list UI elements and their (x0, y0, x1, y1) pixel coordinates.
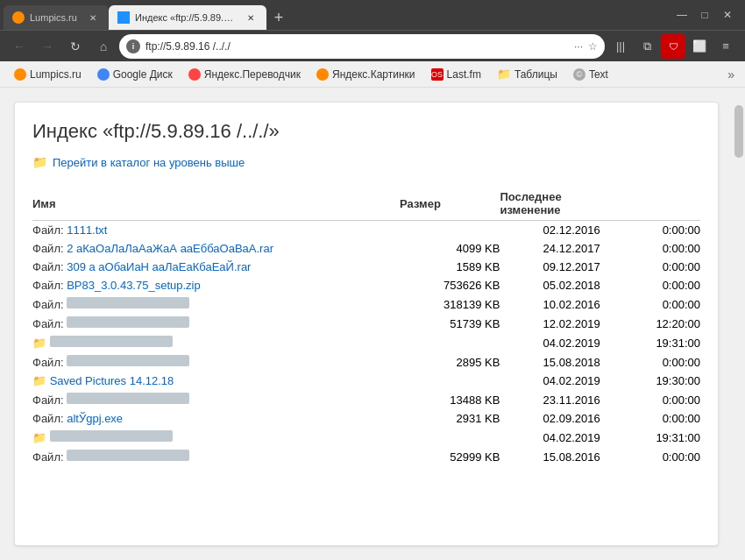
file-size-cell (400, 221, 500, 240)
file-date-cell: 04.02.2019 (500, 428, 600, 447)
file-link[interactable] (67, 298, 189, 311)
browser-window: Lumpics.ru ✕ Индекс «ftp://5.9.89.16 /..… (0, 0, 745, 560)
file-prefix: Файл: (32, 223, 67, 237)
bookmark-tables-label: Таблицы (514, 68, 557, 81)
file-size-cell: 2931 KB (400, 409, 500, 428)
translator-bm-icon (188, 68, 201, 81)
title-bar: Lumpics.ru ✕ Индекс «ftp://5.9.89.16 /..… (0, 0, 745, 30)
forward-button[interactable]: → (35, 34, 60, 59)
file-size-cell: 13488 KB (400, 390, 500, 409)
bookmarks-more-button[interactable]: » (724, 66, 738, 83)
star-button[interactable]: ☆ (588, 40, 598, 53)
file-time-cell: 0:00:00 (600, 221, 700, 240)
scrollbar[interactable] (733, 88, 745, 560)
tab-ftp-close[interactable]: ✕ (244, 11, 258, 25)
back-icon: ← (13, 39, 25, 53)
file-name-cell: Файл: (32, 352, 400, 372)
bookmark-lastfm-label: Last.fm (447, 68, 481, 81)
menu-icon[interactable]: ≡ (713, 34, 738, 59)
table-row: Файл: 318139 KB10.02.20160:00:00 (32, 294, 700, 314)
file-date-cell: 02.12.2016 (500, 221, 600, 240)
open-tab-icon[interactable]: ⧉ (635, 34, 659, 59)
table-row: 📁 04.02.201919:31:00 (32, 428, 700, 447)
col-header-modified: Последнее изменение (500, 187, 600, 221)
file-link[interactable]: Saved Pictures 14.12.18 (50, 374, 174, 387)
parent-directory-link[interactable]: 📁 Перейти в каталог на уровень выше (32, 155, 700, 169)
table-row: Файл: 1111.txt02.12.20160:00:00 (32, 221, 700, 240)
file-prefix: Файл: (32, 242, 67, 255)
col-header-name: Имя (32, 187, 400, 221)
file-name-cell: 📁 Saved Pictures 14.12.18 (32, 372, 400, 390)
bookmark-tables[interactable]: 📁 Таблицы (490, 65, 564, 83)
file-prefix: Файл: (32, 393, 67, 407)
file-size-cell: 51739 KB (400, 314, 500, 333)
home-icon: ⌂ (100, 39, 107, 53)
file-link[interactable] (67, 450, 189, 464)
bookmark-images[interactable]: Яндекс.Картинки (309, 66, 422, 83)
file-name-cell: Файл: (32, 294, 400, 314)
table-row: Файл: 51739 KB12.02.201912:20:00 (32, 314, 700, 333)
page-content: Индекс «ftp://5.9.89.16 /.././» 📁 Перейт… (14, 102, 719, 546)
file-link[interactable] (67, 317, 189, 330)
table-row: Файл: 52999 KB15.08.20160:00:00 (32, 447, 700, 466)
more-button[interactable]: ··· (574, 40, 583, 53)
file-size-cell: 52999 KB (400, 447, 500, 466)
table-row: 📁 04.02.201919:31:00 (32, 333, 700, 352)
file-prefix: Файл: (32, 412, 67, 425)
close-button[interactable]: ✕ (717, 4, 738, 25)
home-button[interactable]: ⌂ (91, 34, 116, 59)
gdisk-bm-icon (97, 68, 110, 81)
file-link[interactable]: 1111.txt (67, 223, 107, 237)
bookmark-lumpics[interactable]: Lumpics.ru (7, 66, 89, 83)
bookmark-text[interactable]: © Text (566, 66, 615, 83)
tabs-area: Lumpics.ru ✕ Индекс «ftp://5.9.89.16 /..… (0, 0, 664, 30)
file-link[interactable] (67, 356, 189, 369)
file-time-cell: 0:00:00 (600, 276, 700, 294)
file-size-cell: 318139 KB (400, 294, 500, 314)
tab-ftp[interactable]: Индекс «ftp://5.9.89.16 /.././» ✕ (109, 5, 266, 30)
file-link[interactable] (50, 431, 173, 444)
file-name-cell: Файл: (32, 447, 400, 466)
address-input[interactable] (145, 40, 569, 53)
file-time-cell: 0:00:00 (600, 258, 700, 276)
bookmark-images-label: Яндекс.Картинки (332, 68, 415, 81)
file-name-cell: Файл: 309 а аОбаИаН ааЛаЕаКбаЕаЙ.rar (32, 258, 400, 276)
file-link[interactable]: altЎgpj.exe (67, 412, 123, 425)
file-date-cell: 02.09.2016 (500, 409, 600, 428)
bookmark-translator-label: Яндекс.Переводчик (204, 68, 301, 81)
file-name-cell: 📁 (32, 428, 400, 447)
refresh-button[interactable]: ↻ (63, 34, 88, 59)
bookmark-lastfm[interactable]: OS Last.fm (424, 66, 488, 83)
window-controls: — □ ✕ (664, 0, 745, 30)
bookmark-gdisk[interactable]: Google Диск (90, 66, 180, 83)
new-tab-button[interactable]: + (266, 5, 291, 30)
file-link[interactable]: 2 аКаОаЛаЛаАаЖаА ааЕббаОаВаА.rar (67, 242, 273, 255)
back-button[interactable]: ← (7, 34, 32, 59)
file-size-cell: 4099 KB (400, 239, 500, 258)
bookmark-translator[interactable]: Яндекс.Переводчик (181, 66, 308, 83)
file-link[interactable] (67, 393, 189, 407)
file-time-cell: 0:00:00 (600, 239, 700, 258)
reading-list-icon[interactable]: ||| (608, 34, 633, 59)
tab-lumpics-close[interactable]: ✕ (86, 11, 100, 25)
tab-lumpics[interactable]: Lumpics.ru ✕ (4, 5, 109, 30)
file-link[interactable]: 309 а аОбаИаН ааЛаЕаКбаЕаЙ.rar (67, 260, 251, 273)
file-date-cell: 15.08.2018 (500, 352, 600, 372)
page-title: Индекс «ftp://5.9.89.16 /.././» (32, 120, 700, 143)
file-size-cell: 1589 KB (400, 258, 500, 276)
lumpics-bm-icon (14, 68, 26, 81)
file-link[interactable]: BP83_3.0.43.75_setup.zip (67, 279, 201, 292)
address-bar[interactable]: i ··· ☆ (119, 34, 605, 59)
nav-bar: ← → ↻ ⌂ i ··· ☆ ||| ⧉ 🛡 ⬜ ≡ (0, 30, 745, 61)
scroll-thumb[interactable] (734, 105, 743, 158)
minimize-button[interactable]: — (671, 4, 692, 25)
shield-icon[interactable]: 🛡 (661, 34, 685, 59)
file-time-cell: 0:00:00 (600, 294, 700, 314)
maximize-button[interactable]: □ (694, 4, 715, 25)
file-time-cell: 0:00:00 (600, 390, 700, 409)
screenshot-icon[interactable]: ⬜ (687, 34, 712, 59)
lumpics-favicon (12, 11, 25, 24)
table-row: Файл: 2 аКаОаЛаЛаАаЖаА ааЕббаОаВаА.rar40… (32, 239, 700, 258)
file-link[interactable] (50, 337, 173, 350)
table-row: Файл: altЎgpj.exe2931 KB02.09.20160:00:0… (32, 409, 700, 428)
